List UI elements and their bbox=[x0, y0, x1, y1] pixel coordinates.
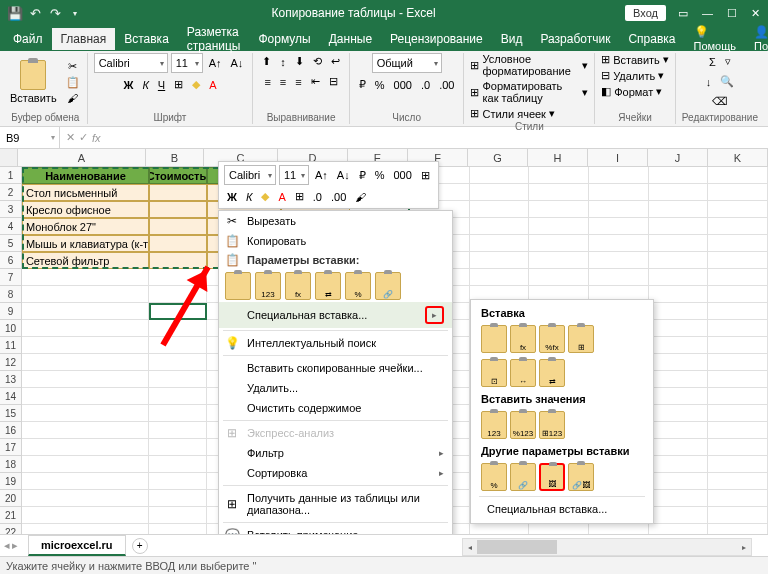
horizontal-scrollbar[interactable]: ◂ ▸ bbox=[462, 538, 752, 556]
save-icon[interactable]: 💾 bbox=[8, 6, 22, 20]
cell[interactable] bbox=[708, 388, 768, 405]
cell[interactable] bbox=[22, 456, 149, 473]
scroll-right-icon[interactable]: ▸ bbox=[737, 539, 751, 555]
mini-currency-icon[interactable]: ₽ bbox=[356, 167, 369, 184]
cell[interactable] bbox=[470, 184, 530, 201]
cell[interactable] bbox=[470, 218, 530, 235]
menu-share[interactable]: 👤 Поделиться bbox=[745, 21, 768, 57]
cell[interactable] bbox=[649, 320, 709, 337]
cell[interactable] bbox=[708, 303, 768, 320]
cell[interactable] bbox=[589, 235, 649, 252]
paste-all-icon[interactable] bbox=[225, 272, 251, 300]
sp-link-icon[interactable]: 🔗 bbox=[510, 463, 536, 491]
mini-percent-icon[interactable]: % bbox=[372, 167, 388, 183]
close-icon[interactable]: ✕ bbox=[751, 7, 760, 20]
menu-insert[interactable]: Вставка bbox=[115, 28, 178, 50]
cell[interactable] bbox=[149, 184, 207, 201]
mini-grow-icon[interactable]: A↑ bbox=[312, 167, 331, 183]
sp-linked-pic-icon[interactable]: 🔗🖼 bbox=[568, 463, 594, 491]
row-head[interactable]: 8 bbox=[0, 286, 22, 303]
fill-icon[interactable]: ↓ bbox=[703, 74, 715, 90]
col-head-K[interactable]: K bbox=[708, 149, 768, 166]
cell[interactable] bbox=[708, 405, 768, 422]
cell[interactable] bbox=[649, 184, 709, 201]
menu-file[interactable]: Файл bbox=[4, 28, 52, 50]
row-head[interactable]: 18 bbox=[0, 456, 22, 473]
cm-get-data[interactable]: ⊞Получить данные из таблицы или диапазон… bbox=[219, 488, 452, 520]
align-left-icon[interactable]: ≡ bbox=[261, 74, 273, 90]
cell[interactable] bbox=[149, 456, 207, 473]
cell[interactable] bbox=[22, 320, 149, 337]
cell[interactable] bbox=[649, 490, 709, 507]
cell[interactable] bbox=[149, 235, 207, 252]
cell[interactable] bbox=[708, 422, 768, 439]
sort-filter-icon[interactable]: ▿ bbox=[722, 53, 734, 70]
row-head[interactable]: 3 bbox=[0, 201, 22, 218]
row-head[interactable]: 2 bbox=[0, 184, 22, 201]
sheet-tab-active[interactable]: microexcel.ru bbox=[28, 535, 126, 556]
cell[interactable] bbox=[649, 388, 709, 405]
cell[interactable] bbox=[22, 507, 149, 524]
row-head[interactable]: 5 bbox=[0, 235, 22, 252]
cell[interactable] bbox=[22, 337, 149, 354]
col-head-A[interactable]: A bbox=[18, 149, 146, 166]
italic-button[interactable]: К bbox=[139, 77, 151, 93]
scroll-thumb[interactable] bbox=[477, 540, 557, 554]
font-combo[interactable]: Calibri bbox=[94, 53, 168, 73]
cell[interactable] bbox=[149, 388, 207, 405]
cell[interactable] bbox=[149, 371, 207, 388]
paste-values-icon[interactable]: 123 bbox=[255, 272, 281, 300]
row-head[interactable]: 16 bbox=[0, 422, 22, 439]
cell[interactable] bbox=[708, 490, 768, 507]
col-head-B[interactable]: B bbox=[146, 149, 204, 166]
cell[interactable] bbox=[589, 184, 649, 201]
autosum-icon[interactable]: Σ bbox=[706, 54, 719, 70]
cm-insert-copied[interactable]: Вставить скопированные ячейки... bbox=[219, 358, 452, 378]
merge-icon[interactable]: ⊟ bbox=[326, 73, 341, 90]
row-head[interactable]: 13 bbox=[0, 371, 22, 388]
font-color-icon[interactable]: A bbox=[206, 77, 219, 93]
font-size-combo[interactable]: 11 bbox=[171, 53, 203, 73]
cell[interactable] bbox=[22, 371, 149, 388]
paste-formulas-icon[interactable]: fx bbox=[285, 272, 311, 300]
cell[interactable] bbox=[708, 167, 768, 184]
sp-values-numfmt-icon[interactable]: %123 bbox=[510, 411, 536, 439]
cell[interactable] bbox=[649, 167, 709, 184]
cell[interactable] bbox=[22, 388, 149, 405]
cm-copy[interactable]: 📋Копировать bbox=[219, 231, 452, 251]
sp-paste-source-fmt-icon[interactable]: ⊞ bbox=[568, 325, 594, 353]
cell[interactable] bbox=[649, 405, 709, 422]
mini-comma-icon[interactable]: 000 bbox=[390, 167, 414, 183]
cell[interactable]: Мышь и клавиатура (к-т) bbox=[22, 235, 149, 252]
cell[interactable] bbox=[529, 269, 589, 286]
cancel-formula-icon[interactable]: ✕ bbox=[66, 131, 75, 144]
percent-icon[interactable]: % bbox=[372, 77, 388, 93]
cell[interactable] bbox=[708, 507, 768, 524]
redo-icon[interactable]: ↷ bbox=[48, 6, 62, 20]
col-head-G[interactable]: G bbox=[468, 149, 528, 166]
cell[interactable] bbox=[149, 439, 207, 456]
row-head[interactable]: 6 bbox=[0, 252, 22, 269]
menu-view[interactable]: Вид bbox=[492, 28, 532, 50]
cell[interactable] bbox=[529, 201, 589, 218]
row-head[interactable]: 4 bbox=[0, 218, 22, 235]
decimal-dec-icon[interactable]: .00 bbox=[436, 77, 457, 93]
cm-sort[interactable]: Сортировка▸ bbox=[219, 463, 452, 483]
cell[interactable] bbox=[649, 201, 709, 218]
mini-format-painter-icon[interactable]: 🖌 bbox=[352, 189, 369, 205]
cell[interactable] bbox=[649, 303, 709, 320]
cell[interactable] bbox=[649, 439, 709, 456]
number-format-combo[interactable]: Общий bbox=[372, 53, 442, 73]
cond-format-button[interactable]: ⊞ Условное форматирование ▾ bbox=[470, 53, 588, 77]
sp-paste-special[interactable]: Специальная вставка... bbox=[475, 499, 649, 519]
mini-font-combo[interactable]: Calibri bbox=[224, 165, 276, 185]
sp-paste-noborders-icon[interactable]: ⊡ bbox=[481, 359, 507, 387]
align-middle-icon[interactable]: ↕ bbox=[277, 54, 289, 70]
align-center-icon[interactable]: ≡ bbox=[277, 74, 289, 90]
cell[interactable] bbox=[470, 252, 530, 269]
sp-picture-icon[interactable]: 🖼 bbox=[539, 463, 565, 491]
cell[interactable] bbox=[649, 422, 709, 439]
login-button[interactable]: Вход bbox=[625, 5, 666, 21]
cell[interactable] bbox=[589, 269, 649, 286]
row-head[interactable]: 15 bbox=[0, 405, 22, 422]
